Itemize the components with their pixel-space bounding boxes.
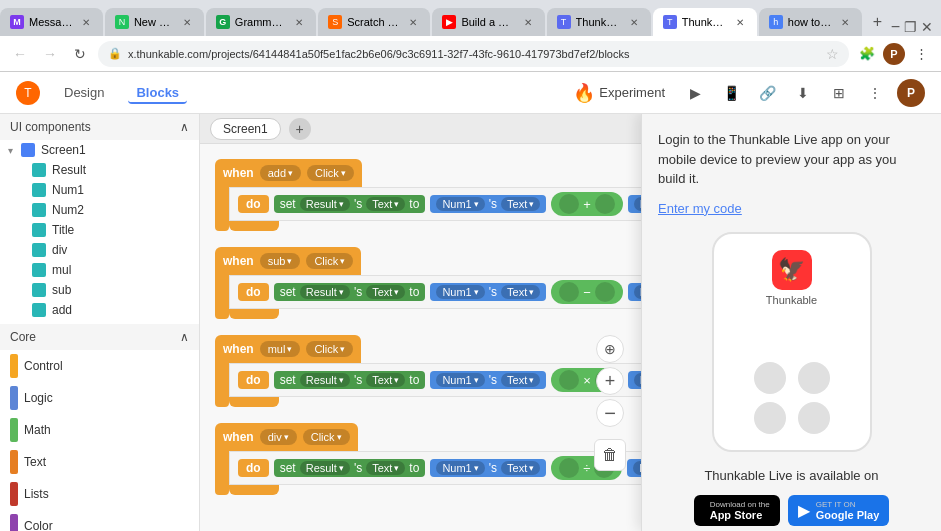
enter-code-link[interactable]: Enter my code [658,201,742,216]
op-sub[interactable]: − [551,280,623,304]
zoom-controls: ⊕ + − 🗑 [594,335,626,471]
num1-block-add[interactable]: Num1 ▾ 's Text ▾ [430,195,546,213]
play-btn[interactable]: ▶ [681,79,709,107]
thunkable-logo-in-phone: 🦅 [772,250,812,290]
core-item-color[interactable]: Color [0,510,199,531]
tab-youtube[interactable]: ▶ Build a Cal... ✕ [432,8,544,36]
sidebar-item-title[interactable]: Title [8,220,199,240]
tab-how-to-get[interactable]: h how to get ✕ [759,8,863,36]
when-add-header: when add ▾ Click ▾ [215,159,362,187]
user-avatar[interactable]: P [897,79,925,107]
trash-btn[interactable]: 🗑 [594,439,626,471]
sidebar-item-add[interactable]: add [8,300,199,320]
collapse-core-icon[interactable]: ∧ [180,330,189,344]
download-btn[interactable]: ⬇ [789,79,817,107]
forward-button[interactable]: → [38,42,62,66]
tab-thunkable2[interactable]: T Thunkable ✕ [653,8,757,36]
div-component-pill[interactable]: div ▾ [260,429,297,445]
mul-event-pill[interactable]: Click ▾ [306,341,353,357]
tab-close-how-to-get[interactable]: ✕ [838,15,852,29]
more-options-btn[interactable]: ⋮ [861,79,889,107]
sidebar-item-screen1[interactable]: ▾ Screen1 [0,140,199,160]
store-buttons: Download on the App Store ▶ GET IT ON Go… [658,495,925,526]
tab-grammarly[interactable]: G Grammarl... ✕ [206,8,316,36]
sidebar-item-num2[interactable]: Num2 [8,200,199,220]
tab-close-thunkable1[interactable]: ✕ [627,15,641,29]
reload-button[interactable]: ↻ [68,42,92,66]
ui-components-header: UI components ∧ [0,114,199,140]
screen-tab-screen1[interactable]: Screen1 [210,118,281,140]
tab-thunkable1[interactable]: T Thunkable ✕ [547,8,651,36]
app-store-text: Download on the App Store [710,500,770,521]
extensions-btn[interactable]: 🧩 [855,42,879,66]
sidebar: UI components ∧ ▾ Screen1 Result [0,114,200,531]
back-button[interactable]: ← [8,42,32,66]
app-logo: T [16,81,40,105]
mobile-preview-btn[interactable]: 📱 [717,79,745,107]
tab-close-messages[interactable]: ✕ [79,15,93,29]
share-btn[interactable]: 🔗 [753,79,781,107]
core-item-lists[interactable]: Lists [0,478,199,510]
sub-event-pill[interactable]: Click ▾ [306,253,353,269]
nav-blocks[interactable]: Blocks [128,81,187,104]
menu-btn[interactable]: ⋮ [909,42,933,66]
mul-component-pill[interactable]: mul ▾ [260,341,301,357]
sidebar-item-result[interactable]: Result [8,160,199,180]
when-div-header: when div ▾ Click ▾ [215,423,358,451]
nav-bar: ← → ↻ 🔒 x.thunkable.com/projects/6414484… [0,36,941,72]
add-screen-btn[interactable]: + [289,118,311,140]
zoom-in-btn[interactable]: + [596,367,624,395]
tab-scratch[interactable]: S Scratch - In... ✕ [318,8,430,36]
core-item-control[interactable]: Control [0,350,199,382]
set-block-mul[interactable]: set Result ▾ 's Text ▾ to [274,371,426,389]
core-item-logic[interactable]: Logic [0,382,199,414]
nav-design[interactable]: Design [56,81,112,104]
num1-block-mul[interactable]: Num1 ▾ 's Text ▾ [430,371,546,389]
tab-close-scratch[interactable]: ✕ [406,15,420,29]
app-store-btn[interactable]: Download on the App Store [694,495,780,526]
browser-window: M Messages ✕ N New chat ✕ G Grammarl... … [0,0,941,531]
op-add[interactable]: + [551,192,623,216]
add-left-connector [215,187,229,221]
close-btn[interactable]: ✕ [921,19,933,35]
tab-close-new-chat[interactable]: ✕ [180,15,194,29]
phone-circle-3 [754,402,786,434]
do-label-add: do [238,195,269,213]
tab-close-thunkable2[interactable]: ✕ [733,15,747,29]
div-event-pill[interactable]: Click ▾ [303,429,350,445]
sub-component-pill[interactable]: sub ▾ [260,253,301,269]
tab-messages[interactable]: M Messages ✕ [0,8,103,36]
address-bar[interactable]: 🔒 x.thunkable.com/projects/64144841a50f5… [98,41,849,67]
core-item-text[interactable]: Text [0,446,199,478]
sidebar-item-mul[interactable]: mul [8,260,199,280]
set-block-sub[interactable]: set Result ▾ 's Text ▾ to [274,283,426,301]
profile-btn[interactable]: P [883,43,905,65]
phone-circle-4 [798,402,830,434]
set-block-add[interactable]: set Result ▾ 's Text ▾ to [274,195,426,213]
tab-close-grammarly[interactable]: ✕ [292,15,306,29]
zoom-out-btn[interactable]: − [596,399,624,427]
collapse-ui-icon[interactable]: ∧ [180,120,189,134]
restore-btn[interactable]: ❐ [904,19,917,35]
add-event-pill[interactable]: Click ▾ [307,165,354,181]
minimize-btn[interactable]: − [891,18,900,36]
sidebar-item-div[interactable]: div [8,240,199,260]
sub-left-connector [215,275,229,309]
num1-block-sub[interactable]: Num1 ▾ 's Text ▾ [430,283,546,301]
compass-btn[interactable]: ⊕ [596,335,624,363]
sidebar-item-sub[interactable]: sub [8,280,199,300]
tab-new-chat[interactable]: N New chat ✕ [105,8,204,36]
core-item-math[interactable]: Math [0,414,199,446]
canvas: Screen1 + when add ▾ Click ▾ [200,114,941,531]
google-play-icon: ▶ [798,501,810,520]
num1-block-div[interactable]: Num1 ▾ 's Text ▾ [430,459,546,477]
add-component-pill[interactable]: add ▾ [260,165,301,181]
layout-btn[interactable]: ⊞ [825,79,853,107]
google-play-btn[interactable]: ▶ GET IT ON Google Play [788,495,890,526]
star-icon[interactable]: ☆ [826,46,839,62]
sidebar-item-num1[interactable]: Num1 [8,180,199,200]
tab-close-youtube[interactable]: ✕ [521,15,535,29]
new-tab-button[interactable]: + [864,8,890,36]
ssl-icon: 🔒 [108,47,122,60]
set-block-div[interactable]: set Result ▾ 's Text ▾ to [274,459,426,477]
